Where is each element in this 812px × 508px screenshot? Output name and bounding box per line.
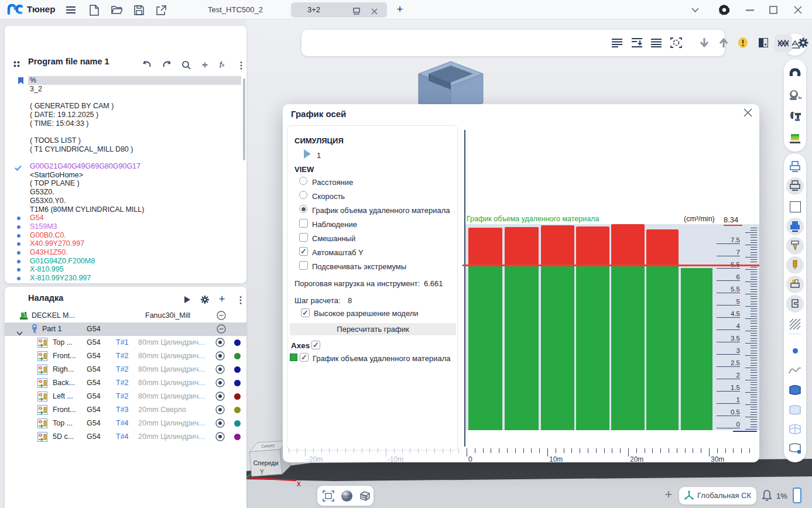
operation-color-dot[interactable] <box>234 380 241 386</box>
operation-name[interactable]: Back... <box>53 379 75 387</box>
operation-row[interactable]: GTop ...G54T#420mm Цилиндрич... <box>5 417 246 430</box>
gcode-line[interactable]: ( TIME: 15:04:33 ) <box>30 119 89 128</box>
operation-name[interactable]: Left ... <box>53 392 73 400</box>
highres-checkbox[interactable]: ✓ <box>301 308 310 317</box>
spline-display-icon[interactable] <box>786 362 804 379</box>
gcode-line[interactable]: ( TOOLS LIST ) <box>30 136 81 145</box>
program-lines-icon[interactable] <box>608 30 626 56</box>
setup-settings-icon[interactable] <box>198 293 212 307</box>
operation-wcs[interactable]: G54 <box>87 338 101 346</box>
gcode-line[interactable]: ( T1 CYLINDRICAL_MILL D80 ) <box>30 145 133 153</box>
gcode-line[interactable]: ( TOP PLANE ) <box>30 179 80 187</box>
divide-icon[interactable]: ÷ <box>198 58 212 72</box>
operation-color-dot[interactable] <box>234 339 241 346</box>
drill-bit-icon[interactable] <box>786 256 804 274</box>
tab-float-icon[interactable] <box>353 6 360 17</box>
operation-row[interactable]: GTop ...G54T#180mm Цилиндрич... <box>5 336 246 349</box>
part-name[interactable]: Part 1 <box>42 325 61 333</box>
gcode-line[interactable]: X40.99Y270.997 <box>30 239 84 248</box>
program-panel-menu-icon[interactable]: ⋮ <box>234 58 246 72</box>
point-display-icon[interactable] <box>786 342 804 359</box>
gcode-line[interactable]: G53Z0. <box>30 188 54 196</box>
operation-row[interactable]: GFront...G54T#280mm Цилиндрич... <box>5 349 246 363</box>
operation-tool-number[interactable]: T#4 <box>116 433 129 441</box>
axes-checkbox[interactable]: ✓ <box>311 341 320 349</box>
add-cs-button[interactable]: + <box>662 487 676 503</box>
open-file-button[interactable] <box>110 4 123 16</box>
operation-color-dot[interactable] <box>234 420 241 427</box>
gcode-line[interactable]: T1M6 (80MM CYLINDRICAL MILL) <box>30 205 144 214</box>
program-scrollbar[interactable] <box>243 78 245 160</box>
report-panel-icon[interactable] <box>755 30 772 56</box>
operation-tool-number[interactable]: T#1 <box>116 338 129 346</box>
gcode-line[interactable]: G00B0.C0. <box>30 231 66 239</box>
operation-tool-number[interactable]: T#2 <box>116 352 129 360</box>
checkbox-5[interactable] <box>299 233 308 242</box>
operation-color-dot[interactable] <box>234 353 241 359</box>
gcode-editor[interactable]: %3_2( GENERATED BY CAM )( DATE: 19.12.20… <box>5 73 246 283</box>
holder-active-icon[interactable] <box>786 218 804 235</box>
undo-icon[interactable] <box>139 58 153 72</box>
operation-wcs[interactable]: G54 <box>87 433 101 441</box>
threshold-value[interactable]: 6.661 <box>424 279 443 288</box>
toolpath-band-solid-icon[interactable] <box>786 381 804 399</box>
toolpath-band-note-icon[interactable] <box>786 440 804 457</box>
operation-tool-number[interactable]: T#4 <box>116 419 129 427</box>
operation-tool-number[interactable]: T#2 <box>116 379 129 387</box>
operation-row[interactable]: GFront...G54T#320mm Сверло <box>5 403 246 417</box>
checkbox-6[interactable]: ✓ <box>299 247 308 256</box>
machine-row[interactable]: DECKEL M...Fanuc30i_Mill <box>5 309 246 322</box>
gcode-line[interactable]: G01G94Z0.F200M8 <box>30 257 95 265</box>
search-icon[interactable] <box>179 58 193 72</box>
wireframe-box-icon[interactable] <box>358 490 370 504</box>
fixture-icon[interactable] <box>786 108 804 126</box>
operation-name[interactable]: Top ... <box>53 419 73 427</box>
machine-name[interactable]: DECKEL M... <box>32 311 75 320</box>
stock-box-icon[interactable] <box>786 198 804 215</box>
operation-tool-number[interactable]: T#2 <box>116 392 129 400</box>
window-dropdown-chevron[interactable] <box>688 4 701 16</box>
fit-view-icon[interactable] <box>323 490 334 504</box>
operation-wcs[interactable]: G54 <box>87 406 101 414</box>
step-up-icon[interactable] <box>715 30 732 56</box>
gcode-line[interactable]: G43H1Z50. <box>30 248 68 256</box>
warnings-icon[interactable] <box>734 30 752 56</box>
simulation-play-icon[interactable] <box>304 149 311 159</box>
visibility-minus-icon[interactable] <box>217 324 226 336</box>
maximize-button[interactable] <box>767 4 780 16</box>
operation-row[interactable]: GLeft ...G54T#280mm Цилиндрич... <box>5 390 246 403</box>
holder-muted-icon[interactable] <box>786 177 804 195</box>
view-option-row[interactable]: Скорость <box>287 189 458 203</box>
part-row[interactable]: Part 1G54 <box>5 322 246 336</box>
focus-target-icon[interactable] <box>215 405 225 417</box>
focus-target-icon[interactable] <box>215 338 225 349</box>
operation-name[interactable]: Top ... <box>53 338 73 346</box>
checkbox-7[interactable] <box>299 261 308 270</box>
probe-camera-icon[interactable] <box>786 87 804 104</box>
operation-name[interactable]: 5D c... <box>53 433 74 441</box>
setup-play-icon[interactable] <box>180 293 194 307</box>
recalculate-button[interactable]: Пересчитать график <box>290 323 456 335</box>
dialog-close-icon[interactable] <box>744 108 752 119</box>
notifications-bell-icon[interactable] <box>761 489 773 504</box>
gcode-line[interactable]: X40.99 <box>30 283 53 283</box>
operation-name[interactable]: Front... <box>53 406 76 414</box>
redo-icon[interactable] <box>160 58 174 72</box>
focus-target-icon[interactable] <box>215 418 225 430</box>
focus-target-icon[interactable] <box>215 378 225 390</box>
toolpath-band-grid-icon[interactable] <box>786 420 804 438</box>
part-wcs[interactable]: G54 <box>87 325 101 333</box>
operation-color-dot[interactable] <box>234 434 241 440</box>
radio-2[interactable] <box>299 191 307 199</box>
export-button[interactable] <box>155 4 167 16</box>
program-list-icon[interactable] <box>647 30 665 56</box>
chart-plot-area[interactable] <box>465 224 759 430</box>
tab-close-icon[interactable] <box>371 6 378 17</box>
chart-threshold-line[interactable] <box>462 265 759 266</box>
gcode-line[interactable]: G53X0.Y0. <box>30 197 66 205</box>
minimize-button[interactable] <box>744 4 756 16</box>
main-menu-button[interactable] <box>64 4 77 16</box>
view-option-row[interactable]: График объема удаленного материала <box>287 203 458 217</box>
gcode-line[interactable]: X-810.995 <box>30 265 64 273</box>
operation-name[interactable]: Front... <box>53 352 76 360</box>
